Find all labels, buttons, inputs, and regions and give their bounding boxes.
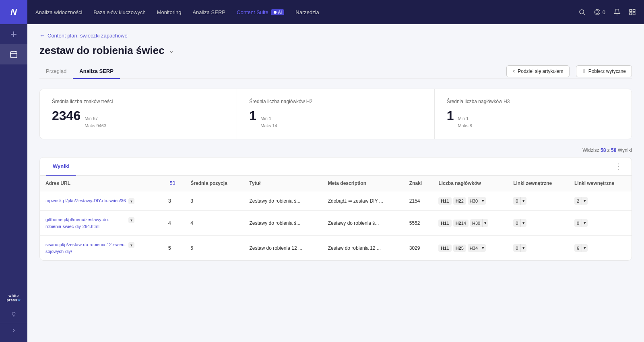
sidebar-bottom: white press★ [0,290,27,342]
svg-point-1 [12,312,15,315]
stat-h3-value: 1 [447,108,454,123]
sidebar-collapse-arrow[interactable] [0,323,27,337]
avg-position-cell: 3 [185,191,244,211]
tab-analiza-serp[interactable]: Analiza SERP [73,64,120,79]
table-tab-wyniki[interactable]: Wyniki [46,158,76,176]
avg-position-cell: 5 [185,236,244,261]
headers-cell: H11 H25 H34 ▾ [433,236,508,261]
bell-icon-nav[interactable] [613,8,621,16]
page-tabs-row: Przegląd Analiza SERP < Podziel się arty… [39,64,632,79]
share-icon: < [512,68,515,74]
stat-znaki-meta: Min 67 Maks 9463 [85,115,106,129]
svg-rect-9 [633,13,635,15]
links-int-cell: 6 ▾ [569,236,632,261]
title-cell: Zestawy do robienia ś... [244,211,322,236]
svg-point-2 [274,10,277,13]
headers-cell: H11 H22 H30 ▾ [433,191,508,211]
sidebar-bulb-icon[interactable] [0,307,27,323]
page-title-row: zestaw do robienia świec ⌄ [39,44,632,57]
stat-h3: Średnia liczba nagłówków H3 1 Min 1 Maks… [435,89,632,139]
avg-position-cell: 4 [185,211,244,236]
whitepress-logo: white press★ [0,290,27,307]
links-int-dropdown[interactable]: ▾ [582,197,588,205]
th-count: 50 [163,176,185,191]
svg-point-4 [594,9,600,15]
stat-znaki-value-row: 2346 Min 67 Maks 9463 [52,108,225,129]
url-dropdown-button[interactable]: ▾ [128,217,134,223]
th-position: Średnia pozycja [185,176,244,191]
table-row: sisano.pl/p/zestaw-do-robienia-12-swiec-… [40,236,632,261]
breadcrumb-link[interactable]: Content plan: świeczki zapachowe [47,33,128,39]
app-logo[interactable]: N [0,0,27,24]
svg-point-5 [596,10,599,14]
title-cell: Zestaw do robienia 12 ... [244,236,322,261]
tab-przeglad[interactable]: Przegląd [39,64,73,79]
nav-narzedzia[interactable]: Narzędzia [295,9,319,15]
top-navigation: Analiza widoczności Baza słów kluczowych… [27,0,644,24]
links-ext-dropdown[interactable]: ▾ [520,197,526,205]
meta-cell: Zestawy do robienia ś... [322,211,404,236]
url-cell: gifthome.pl/pl/menu/zestawy-do-robienia-… [40,211,163,236]
table-row: topwosk.pl/pl/c/Zestawy-DIY-do-swiec/36 … [40,191,632,211]
tabs-actions: < Podziel się artykułem ⇩ Pobierz wytycz… [506,65,632,77]
sidebar-plus-icon[interactable] [0,24,27,44]
headers-cell: H11 H214 H30 ▾ [433,211,508,236]
links-int-dropdown[interactable]: ▾ [582,244,588,252]
table-options-button[interactable]: ⋮ [611,159,625,174]
stat-h2-meta: Min 1 Maks 14 [260,115,277,129]
stats-cards: Średnia liczba znaków treści 2346 Min 67… [39,89,632,139]
h3-dropdown[interactable]: ▾ [482,219,488,227]
nav-analiza-serp[interactable]: Analiza SERP [192,9,225,15]
grid-icon-nav[interactable] [629,8,636,16]
title-dropdown-chevron[interactable]: ⌄ [169,47,174,54]
th-meta: Meta description [322,176,404,191]
sidebar-calendar-icon[interactable] [0,44,27,64]
results-total: 58 [611,147,618,153]
links-int-dropdown[interactable]: ▾ [582,219,588,227]
nav-analiza-widocznosci[interactable]: Analiza widoczności [35,9,82,15]
title-cell: Zestawy do robienia ś... [244,191,322,211]
h3-dropdown[interactable]: ▾ [480,244,486,252]
h3-dropdown[interactable]: ▾ [480,197,486,205]
th-headers: Liczba nagłówków [433,176,508,191]
th-links-int: Linki wewnętrzne [569,176,632,191]
page-title: zestaw do robienia świec [39,44,165,57]
th-links-ext: Linki zewnętrzne [508,176,569,191]
coins-icon-nav[interactable]: 0 [594,8,605,16]
stat-h2: Średnia liczba nagłówków H2 1 Min 1 Maks… [237,89,434,139]
breadcrumb-arrow-icon: ← [39,32,45,39]
nav-monitoring[interactable]: Monitoring [157,9,182,15]
sidebar: N white press★ [0,0,27,342]
nav-baza-slow[interactable]: Baza słów kluczowych [93,9,145,15]
results-text: Widzisz 58 z 58 Wyniki [582,147,632,153]
ai-badge: AI [271,9,284,15]
svg-point-3 [580,10,584,14]
stat-h3-label: Średnia liczba nagłówków H3 [447,99,619,104]
meta-cell: Zdobądź ➡ zestaw DIY ... [322,191,404,211]
svg-rect-0 [10,52,17,58]
links-ext-cell: 0 ▾ [508,211,569,236]
share-article-button[interactable]: < Podziel się artykułem [506,65,569,77]
whitepress-text: white press★ [6,294,21,303]
download-guidelines-button[interactable]: ⇩ Pobierz wytyczne [576,65,632,77]
svg-rect-7 [633,9,635,11]
url-dropdown-button[interactable]: ▾ [128,242,134,248]
links-ext-cell: 0 ▾ [508,236,569,261]
position-cell: 5 [163,236,185,261]
stat-h2-label: Średnia liczba nagłówków H2 [249,99,422,104]
url-dropdown-button[interactable]: ▾ [128,198,134,204]
table-tabs-row: Wyniki ⋮ [40,158,632,176]
search-icon-nav[interactable] [578,8,586,16]
table-section: Wyniki ⋮ Adres URL 50 Średnia pozycja Ty… [39,157,632,261]
links-ext-dropdown[interactable]: ▾ [520,244,526,252]
znaki-cell: 2154 [404,191,433,211]
links-ext-dropdown[interactable]: ▾ [520,219,526,227]
url-cell: topwosk.pl/pl/c/Zestawy-DIY-do-swiec/36 … [40,191,163,211]
position-cell: 4 [163,211,185,236]
links-ext-cell: 0 ▾ [508,191,569,211]
nav-content-suite[interactable]: Content Suite AI [237,9,284,15]
nav-icons: 0 [578,8,636,16]
links-int-cell: 2 ▾ [569,191,632,211]
table-row: gifthome.pl/pl/menu/zestawy-do-robienia-… [40,211,632,236]
content-area: ← Content plan: świeczki zapachowe zesta… [27,24,644,342]
